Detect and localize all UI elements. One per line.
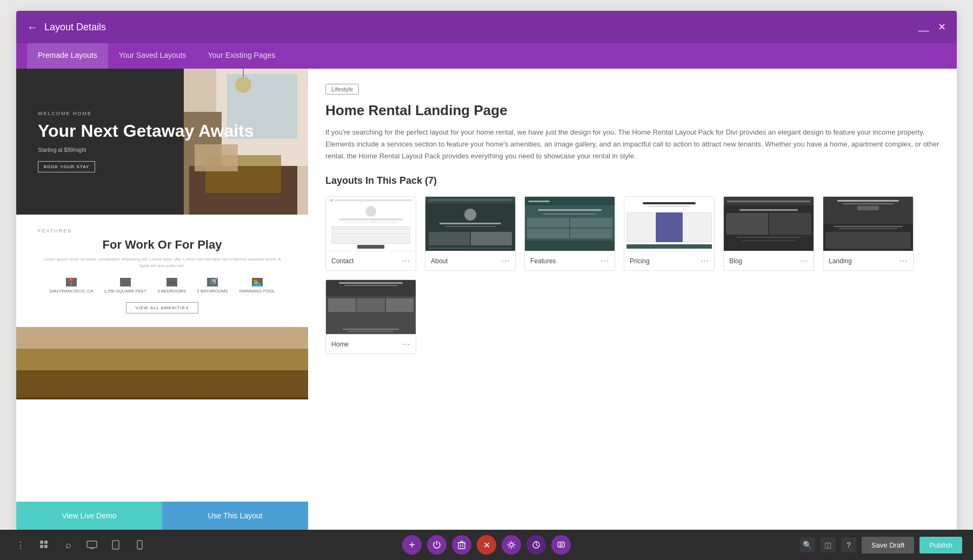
preview-middle-section: FEATURED For Work Or For Play Lorem ipsu…: [16, 215, 308, 327]
about-card-name: About: [431, 257, 448, 265]
preview-price: Starting at $99/night: [38, 147, 254, 153]
features-card-footer: Features ⋯: [525, 251, 615, 270]
toolbar-history-button[interactable]: [527, 535, 546, 555]
toolbar-tablet-button[interactable]: [106, 535, 125, 555]
tab-saved-layouts[interactable]: Your Saved Layouts: [108, 43, 197, 69]
pricing-preview: [624, 197, 714, 251]
toolbar-trash-button[interactable]: [452, 535, 471, 555]
contact-card-name: Contact: [331, 257, 354, 265]
toolbar-search-button[interactable]: ⌕: [58, 535, 78, 555]
modal-tabs: Premade Layouts Your Saved Layouts Your …: [16, 43, 957, 69]
modal-title: Layout Details: [44, 22, 106, 33]
svg-point-21: [139, 548, 140, 549]
home-preview: [326, 280, 416, 334]
blog-card-footer: Blog ⋯: [724, 251, 814, 270]
book-stay-button[interactable]: BOOK YOUR STAY: [38, 161, 95, 172]
modal-body: WELCOME HOME Your Next Getaway Awaits St…: [16, 69, 957, 530]
bed-icon: 🛏: [166, 278, 177, 286]
home-card-footer: Home ⋯: [326, 334, 416, 354]
toolbar-center: + ✕: [402, 535, 571, 555]
view-live-demo-button[interactable]: View Live Demo: [16, 502, 162, 530]
layout-card-home[interactable]: Home ⋯: [325, 279, 416, 354]
layout-card-about[interactable]: About ⋯: [425, 196, 516, 271]
modal-close-icon[interactable]: ✕: [938, 21, 946, 33]
preview-headline: Your Next Getaway Awaits: [38, 121, 254, 141]
svg-rect-14: [40, 545, 43, 548]
svg-rect-16: [87, 541, 97, 548]
preview-images: WELCOME HOME Your Next Getaway Awaits St…: [16, 69, 308, 502]
layout-card-pricing[interactable]: Pricing ⋯: [624, 196, 715, 271]
toolbar-dots-button[interactable]: ⋮: [11, 535, 30, 555]
contact-card-menu[interactable]: ⋯: [402, 256, 410, 266]
landing-card-footer: Landing ⋯: [823, 251, 913, 270]
toolbar-mobile-button[interactable]: [130, 535, 149, 555]
features-preview: [525, 197, 615, 251]
preview-description: Lorem ipsum dolor sit amet, consectetur …: [38, 256, 286, 269]
modal-settings-icon[interactable]: ⎯⎯: [918, 22, 929, 32]
toolbar-left: ⋮ ⌕: [11, 535, 149, 555]
save-draft-button[interactable]: Save Draft: [862, 537, 914, 554]
location-icon: 📍: [66, 278, 77, 286]
toolbar-right: 🔍 ◫ ? Save Draft Publish: [800, 537, 962, 554]
bath-icon: 🚿: [207, 278, 218, 286]
svg-point-19: [115, 548, 116, 549]
bottom-toolbar: ⋮ ⌕: [0, 530, 973, 560]
amenity-location: 📍 SAN FRANCISCO, CA: [49, 278, 93, 294]
about-preview: [425, 197, 515, 251]
back-icon[interactable]: ←: [27, 21, 38, 34]
publish-button[interactable]: Publish: [919, 537, 962, 554]
preview-work-play: For Work Or For Play: [38, 238, 286, 252]
svg-rect-13: [44, 541, 48, 544]
landing-preview: [823, 197, 913, 251]
preview-bottom-image: [16, 327, 308, 399]
toolbar-settings-button[interactable]: [502, 535, 521, 555]
modal-header-left: ← Layout Details: [27, 21, 106, 34]
features-card-menu[interactable]: ⋯: [601, 256, 609, 266]
svg-point-26: [510, 543, 513, 546]
toolbar-desktop-button[interactable]: [82, 535, 102, 555]
preview-panel: WELCOME HOME Your Next Getaway Awaits St…: [16, 69, 308, 530]
svg-rect-11: [16, 370, 308, 397]
tab-existing-pages[interactable]: Your Existing Pages: [197, 43, 286, 69]
toolbar-grid-button[interactable]: [35, 535, 54, 555]
toolbar-help-icon[interactable]: ?: [841, 537, 856, 552]
toolbar-close-button[interactable]: ✕: [477, 535, 496, 555]
modal-header-right: ⎯⎯ ✕: [918, 21, 946, 33]
pricing-card-menu[interactable]: ⋯: [700, 256, 709, 266]
svg-rect-12: [40, 541, 43, 544]
amenity-bathrooms: 🚿 2 BATHROOMS: [197, 278, 228, 294]
toolbar-layers-icon[interactable]: ◫: [821, 537, 836, 552]
preview-hero-section: WELCOME HOME Your Next Getaway Awaits St…: [16, 69, 308, 215]
preview-actions: View Live Demo Use This Layout: [16, 502, 308, 530]
use-this-layout-button[interactable]: Use This Layout: [162, 502, 308, 530]
svg-point-7: [235, 77, 251, 93]
layout-card-features[interactable]: Features ⋯: [524, 196, 615, 271]
svg-rect-17: [90, 548, 94, 549]
pricing-card-footer: Pricing ⋯: [624, 251, 714, 270]
blog-card-menu[interactable]: ⋯: [799, 256, 808, 266]
layout-card-landing[interactable]: Landing ⋯: [823, 196, 914, 271]
amenity-pool: 🏊 SWIMMING POOL: [239, 278, 275, 294]
toolbar-add-button[interactable]: +: [402, 535, 422, 555]
details-panel: Lifestyle Home Rental Landing Page If yo…: [308, 69, 957, 530]
layout-description: If you're searching for the perfect layo…: [325, 126, 939, 162]
landing-card-menu[interactable]: ⋯: [899, 256, 908, 266]
layout-card-blog[interactable]: Blog ⋯: [723, 196, 814, 271]
tab-premade-layouts[interactable]: Premade Layouts: [27, 43, 108, 69]
category-tag: Lifestyle: [325, 84, 359, 95]
blog-preview: [724, 197, 814, 251]
layout-card-contact[interactable]: Contact ⋯: [325, 196, 416, 271]
toolbar-power-button[interactable]: [427, 535, 446, 555]
featured-tag: FEATURED: [38, 228, 286, 234]
layouts-grid: Contact ⋯: [325, 196, 939, 354]
home-card-menu[interactable]: ⋯: [402, 339, 410, 349]
features-card-name: Features: [530, 257, 556, 265]
toolbar-portability-button[interactable]: [551, 535, 571, 555]
home-card-name: Home: [331, 341, 349, 348]
modal-header: ← Layout Details ⎯⎯ ✕: [16, 11, 957, 43]
svg-rect-15: [44, 545, 48, 548]
about-card-menu[interactable]: ⋯: [501, 256, 510, 266]
toolbar-search-small[interactable]: 🔍: [800, 537, 815, 552]
view-amenities-button[interactable]: VIEW ALL AMENITIES: [126, 302, 198, 314]
landing-card-name: Landing: [829, 257, 852, 265]
